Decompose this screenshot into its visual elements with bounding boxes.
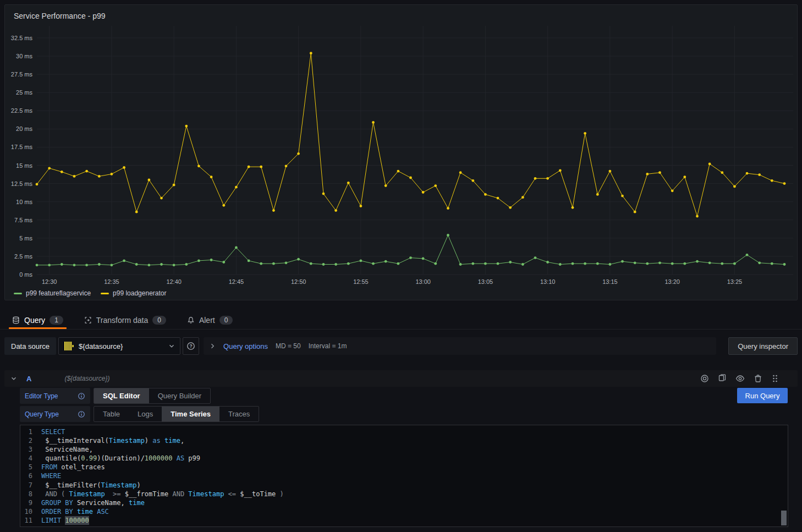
record-icon[interactable] — [700, 374, 709, 383]
svg-text:?: ? — [189, 343, 192, 349]
chart-legend: p99 featureflagservicep99 loadgenerator — [14, 289, 167, 297]
code-editor-scrollbar-thumb[interactable] — [781, 511, 787, 525]
code-line: 1SELECT — [20, 427, 788, 436]
legend-swatch — [101, 293, 109, 294]
question-circle-icon: ? — [186, 342, 195, 350]
editor-type-option-query-builder[interactable]: Query Builder — [149, 388, 210, 403]
chevron-right-icon[interactable] — [209, 343, 216, 349]
tab-count-badge: 1 — [50, 316, 63, 325]
query-type-label: Query Type — [25, 410, 78, 418]
duplicate-query-icon[interactable] — [718, 374, 727, 383]
remove-query-trash-icon[interactable] — [754, 374, 762, 383]
query-options-strip: Query options MD = 50 Interval = 1m — [204, 337, 716, 355]
query-type-row: Query Type TableLogsTime SeriesTraces — [20, 406, 259, 422]
svg-text:5 ms: 5 ms — [19, 235, 32, 242]
svg-text:30 ms: 30 ms — [16, 53, 32, 59]
datasource-row: Data source ${datasource} ? Query option… — [4, 337, 798, 355]
svg-text:10 ms: 10 ms — [16, 199, 32, 205]
line-number: 6 — [20, 471, 41, 480]
interval-value: Interval = 1m — [309, 342, 347, 350]
line-number: 7 — [20, 481, 41, 490]
tab-count-badge: 0 — [152, 316, 166, 325]
query-datasource-hint: (${datasource}) — [64, 375, 109, 382]
code-line: 4 quantile(0.99)(Duration)/1000000 AS p9… — [20, 454, 788, 463]
drag-handle-icon[interactable] — [771, 374, 779, 383]
query-type-option-table[interactable]: Table — [94, 407, 129, 421]
line-number: 3 — [20, 445, 41, 454]
transform-icon — [84, 316, 92, 324]
query-ref-id: A — [26, 375, 31, 383]
editor-type-label: Editor Type — [25, 392, 78, 400]
collapse-chevron-icon[interactable] — [10, 375, 18, 382]
svg-text:13:20: 13:20 — [664, 278, 680, 285]
query-type-label-chip: Query Type — [20, 406, 90, 422]
hide-query-eye-icon[interactable] — [735, 374, 745, 383]
legend-item[interactable]: p99 featureflagservice — [14, 289, 91, 297]
query-type-segmented-control: TableLogsTime SeriesTraces — [94, 406, 259, 422]
editor-type-option-sql-editor[interactable]: SQL Editor — [94, 388, 149, 403]
datasource-help-button[interactable]: ? — [183, 337, 199, 355]
datasource-picker-value: ${datasource} — [79, 342, 163, 350]
tab-query[interactable]: Query1 — [9, 311, 67, 329]
svg-text:12:45: 12:45 — [229, 278, 244, 285]
svg-text:32.5 ms: 32.5 ms — [11, 35, 33, 41]
svg-text:27.5 ms: 27.5 ms — [11, 71, 33, 78]
timeseries-panel: 0 ms2.5 ms5 ms7.5 ms10 ms12.5 ms15 ms17.… — [4, 4, 798, 300]
sql-code-editor[interactable]: 1SELECT2 $__timeInterval(Timestamp) as t… — [20, 425, 788, 527]
legend-swatch — [14, 293, 22, 294]
query-type-option-time-series[interactable]: Time Series — [162, 407, 219, 421]
timeseries-chart[interactable]: 0 ms2.5 ms5 ms7.5 ms10 ms12.5 ms15 ms17.… — [5, 5, 798, 286]
chevron-down-icon — [168, 342, 175, 350]
svg-text:12:50: 12:50 — [291, 278, 306, 285]
info-circle-icon — [78, 410, 85, 418]
tab-label: Alert — [199, 316, 215, 325]
max-data-points-value: MD = 50 — [276, 342, 301, 350]
tab-alert[interactable]: Alert0 — [184, 311, 236, 329]
legend-item[interactable]: p99 loadgenerator — [101, 289, 166, 297]
run-query-button[interactable]: Run Query — [737, 388, 788, 403]
svg-text:12:55: 12:55 — [353, 278, 369, 285]
query-options-link[interactable]: Query options — [223, 342, 268, 350]
datasource-picker[interactable]: ${datasource} — [58, 337, 180, 355]
svg-text:20 ms: 20 ms — [16, 125, 32, 132]
horizontal-scrollbar-track[interactable] — [0, 303, 802, 306]
svg-text:0 ms: 0 ms — [19, 271, 32, 278]
svg-text:7.5 ms: 7.5 ms — [14, 217, 33, 223]
clickhouse-logo-icon — [63, 341, 74, 352]
svg-text:13:00: 13:00 — [415, 278, 431, 285]
query-type-option-logs[interactable]: Logs — [129, 407, 162, 421]
svg-text:13:15: 13:15 — [602, 278, 618, 285]
line-number: 5 — [20, 463, 41, 471]
tab-transform-data[interactable]: Transform data0 — [81, 311, 169, 329]
code-line: 3 ServiceName, — [20, 445, 788, 454]
editor-type-segmented-control: SQL EditorQuery Builder — [94, 388, 211, 404]
info-circle-icon — [78, 392, 85, 400]
query-type-option-traces[interactable]: Traces — [219, 407, 259, 421]
panel-edit-tabs: Query1Transform data0Alert0 — [0, 311, 802, 330]
code-line: 7 $__timeFilter(Timestamp) — [20, 481, 788, 490]
query-row-header[interactable]: A (${datasource}) — [4, 370, 798, 387]
line-number: 8 — [20, 490, 41, 498]
svg-text:22.5 ms: 22.5 ms — [11, 107, 33, 114]
line-number: 9 — [20, 498, 41, 507]
code-line: 5FROM otel_traces — [20, 463, 788, 471]
code-line: 6WHERE — [20, 471, 788, 480]
svg-text:13:05: 13:05 — [478, 278, 493, 285]
bell-icon — [187, 316, 195, 324]
code-line: 2 $__timeInterval(Timestamp) as time, — [20, 436, 788, 445]
svg-text:25 ms: 25 ms — [16, 89, 32, 96]
line-number: 10 — [20, 507, 41, 516]
line-number: 11 — [20, 516, 41, 525]
line-number: 4 — [20, 454, 41, 463]
line-number: 2 — [20, 436, 41, 445]
panel-title: Service Performance - p99 — [14, 12, 106, 20]
database-icon — [12, 316, 20, 324]
editor-type-row: Editor Type SQL EditorQuery Builder — [20, 388, 211, 404]
svg-text:15 ms: 15 ms — [16, 162, 32, 169]
query-inspector-button[interactable]: Query inspector — [728, 337, 798, 355]
svg-text:13:25: 13:25 — [727, 278, 743, 285]
tab-label: Transform data — [96, 316, 148, 325]
code-line: 10ORDER BY time ASC — [20, 507, 788, 516]
svg-text:2.5 ms: 2.5 ms — [14, 253, 33, 260]
legend-label: p99 featureflagservice — [26, 289, 91, 297]
